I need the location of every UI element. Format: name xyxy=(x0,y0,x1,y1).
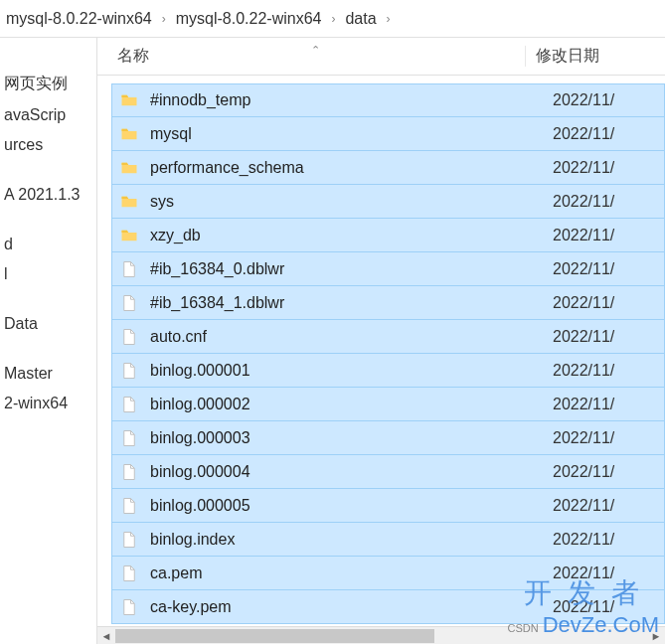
file-icon xyxy=(120,564,138,582)
file-date: 2022/11/ xyxy=(545,91,664,109)
file-name: binlog.000002 xyxy=(150,396,545,413)
file-row[interactable]: #innodb_temp2022/11/ xyxy=(111,83,665,117)
folder-icon xyxy=(118,159,140,177)
file-row[interactable]: ca.pem2022/11/ xyxy=(111,557,665,590)
breadcrumb-seg-3[interactable]: data xyxy=(345,10,376,28)
column-date-label: 修改日期 xyxy=(536,47,599,64)
file-row[interactable]: binlog.0000052022/11/ xyxy=(111,489,665,523)
file-icon xyxy=(120,294,138,312)
file-icon xyxy=(120,260,138,278)
file-pane: 名称 ⌃ 修改日期 #innodb_temp2022/11/mysql2022/… xyxy=(97,38,665,644)
breadcrumb-seg-1[interactable]: mysql-8.0.22-winx64 xyxy=(6,10,152,28)
file-list[interactable]: #innodb_temp2022/11/mysql2022/11/perform… xyxy=(97,76,665,644)
scrollbar-thumb[interactable] xyxy=(115,629,434,643)
file-icon xyxy=(120,531,138,549)
file-row[interactable]: binlog.index2022/11/ xyxy=(111,523,665,557)
file-date: 2022/11/ xyxy=(545,159,664,177)
file-row[interactable]: binlog.0000032022/11/ xyxy=(111,421,665,455)
file-name: binlog.000001 xyxy=(150,362,545,380)
folder-icon xyxy=(118,125,140,143)
sort-ascending-icon: ⌃ xyxy=(311,44,320,57)
sidebar-item[interactable]: avaScrip xyxy=(2,100,96,130)
file-icon xyxy=(118,598,140,616)
file-icon xyxy=(120,463,138,481)
sidebar-item[interactable]: 2-winx64 xyxy=(2,389,96,418)
scroll-left-icon[interactable]: ◄ xyxy=(97,627,115,645)
breadcrumb[interactable]: mysql-8.0.22-winx64 › mysql-8.0.22-winx6… xyxy=(0,0,665,38)
file-icon xyxy=(118,396,140,413)
sidebar-gap xyxy=(2,160,96,180)
file-name: #ib_16384_1.dblwr xyxy=(150,294,545,312)
file-icon xyxy=(120,362,138,380)
file-date: 2022/11/ xyxy=(545,396,664,413)
folder-icon xyxy=(120,159,138,177)
breadcrumb-seg-2[interactable]: mysql-8.0.22-winx64 xyxy=(176,10,322,28)
file-date: 2022/11/ xyxy=(545,564,664,582)
file-date: 2022/11/ xyxy=(545,429,664,447)
file-row[interactable]: #ib_16384_1.dblwr2022/11/ xyxy=(111,286,665,320)
file-name: binlog.index xyxy=(150,531,545,549)
file-icon xyxy=(118,328,140,346)
file-icon xyxy=(118,531,140,549)
file-icon xyxy=(120,328,138,346)
scrollbar-track[interactable] xyxy=(115,627,647,645)
file-name: ca-key.pem xyxy=(150,598,545,616)
file-name: mysql xyxy=(150,125,545,143)
file-date: 2022/11/ xyxy=(545,227,664,244)
file-icon xyxy=(120,396,138,413)
sidebar-item[interactable]: 网页实例 xyxy=(2,68,96,100)
column-headers[interactable]: 名称 ⌃ 修改日期 xyxy=(97,38,665,76)
file-row[interactable]: #ib_16384_0.dblwr2022/11/ xyxy=(111,252,665,286)
file-icon xyxy=(118,294,140,312)
sidebar-item[interactable]: l xyxy=(2,259,96,289)
file-name: auto.cnf xyxy=(150,328,545,346)
chevron-right-icon[interactable]: › xyxy=(158,12,170,26)
file-name: #ib_16384_0.dblwr xyxy=(150,260,545,278)
column-name[interactable]: 名称 ⌃ xyxy=(97,46,525,67)
chevron-right-icon[interactable]: › xyxy=(327,12,339,26)
file-date: 2022/11/ xyxy=(545,328,664,346)
file-date: 2022/11/ xyxy=(545,531,664,549)
file-date: 2022/11/ xyxy=(545,125,664,143)
column-date[interactable]: 修改日期 xyxy=(525,46,665,67)
file-date: 2022/11/ xyxy=(545,598,664,616)
file-icon xyxy=(118,463,140,481)
sidebar-gap xyxy=(2,210,96,230)
file-icon xyxy=(118,362,140,380)
sidebar-item[interactable]: d xyxy=(2,230,96,259)
sidebar-item[interactable]: urces xyxy=(2,130,96,160)
file-name: performance_schema xyxy=(150,159,545,177)
sidebar-item[interactable]: A 2021.1.3 xyxy=(2,180,96,210)
folder-icon xyxy=(120,91,138,109)
folder-icon xyxy=(120,125,138,143)
file-row[interactable]: mysql2022/11/ xyxy=(111,117,665,151)
file-name: xzy_db xyxy=(150,227,545,244)
file-row[interactable]: auto.cnf2022/11/ xyxy=(111,320,665,354)
file-icon xyxy=(120,598,138,616)
file-row[interactable]: ca-key.pem2022/11/ xyxy=(111,590,665,624)
file-row[interactable]: performance_schema2022/11/ xyxy=(111,151,665,185)
column-name-label: 名称 xyxy=(117,47,149,64)
file-row[interactable]: binlog.0000042022/11/ xyxy=(111,455,665,489)
folder-icon xyxy=(118,193,140,211)
file-row[interactable]: xzy_db2022/11/ xyxy=(111,219,665,252)
file-name: ca.pem xyxy=(150,564,545,582)
file-date: 2022/11/ xyxy=(545,260,664,278)
file-icon xyxy=(118,260,140,278)
file-icon xyxy=(120,497,138,515)
file-date: 2022/11/ xyxy=(545,463,664,481)
file-icon xyxy=(118,497,140,515)
file-row[interactable]: binlog.0000022022/11/ xyxy=(111,388,665,421)
sidebar-item[interactable]: Master xyxy=(2,359,96,389)
file-icon xyxy=(120,429,138,447)
sidebar-item[interactable]: Data xyxy=(2,309,96,339)
sidebar-gap xyxy=(2,339,96,359)
file-date: 2022/11/ xyxy=(545,362,664,380)
scroll-right-icon[interactable]: ► xyxy=(647,627,665,645)
chevron-right-icon[interactable]: › xyxy=(383,12,395,26)
file-name: sys xyxy=(150,193,545,211)
file-row[interactable]: sys2022/11/ xyxy=(111,185,665,219)
file-name: binlog.000005 xyxy=(150,497,545,515)
file-row[interactable]: binlog.0000012022/11/ xyxy=(111,354,665,388)
horizontal-scrollbar[interactable]: ◄ ► xyxy=(97,626,665,644)
